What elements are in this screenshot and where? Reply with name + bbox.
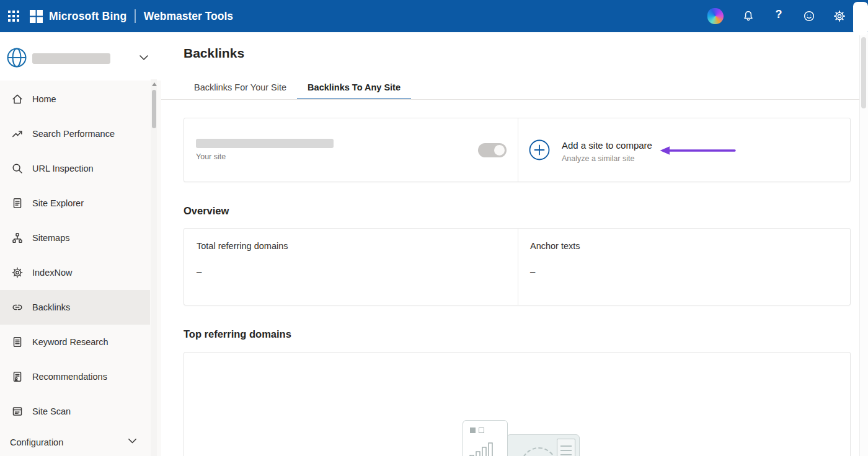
copilot-button[interactable]: [707, 8, 724, 24]
smiley-icon: [803, 10, 815, 22]
top-bar: Microsoft Bing Webmaster Tools ?: [0, 0, 868, 32]
magnifier-icon: [11, 162, 24, 175]
metric-value: –: [530, 266, 535, 276]
help-button[interactable]: ?: [772, 7, 786, 21]
sidebar-scrollbar-track[interactable]: [151, 79, 157, 456]
tab-backlinks-to-any-site[interactable]: Backlinks To Any Site: [297, 77, 411, 100]
page-scrollbar-thumb[interactable]: [861, 37, 866, 108]
trend-up-icon: [11, 128, 24, 140]
sidebar-item-recommendations[interactable]: Recommendations: [0, 359, 150, 394]
link-icon: [11, 301, 24, 314]
header-divider: [135, 9, 136, 23]
sidebar-item-site-explorer[interactable]: Site Explorer: [0, 186, 150, 221]
home-icon: [11, 93, 24, 105]
top-referring-domains-card: [184, 352, 851, 456]
document-list-icon: [11, 197, 24, 209]
sidebar-item-backlinks[interactable]: Backlinks: [0, 290, 150, 325]
site-name-redacted: [32, 53, 110, 64]
sidebar-item-indexnow[interactable]: IndexNow: [0, 255, 150, 290]
sidebar-nav: Home Search Performance: [0, 82, 150, 429]
sidebar-item-keyword-research[interactable]: Keyword Research: [0, 325, 150, 359]
globe-icon: [5, 46, 29, 69]
gear-icon: [833, 10, 846, 22]
toggle-knob: [494, 145, 505, 156]
empty-state-chart-illustration: [463, 420, 508, 456]
page-title: Backlinks: [184, 46, 244, 61]
site-compare-card: Your site Add a site to compare Analyze …: [184, 118, 851, 182]
avatar[interactable]: [853, 2, 868, 35]
sidebar-item-label: Recommendations: [32, 372, 107, 382]
sidebar-item-label: Keyword Research: [32, 337, 108, 347]
sidebar-item-sitemaps[interactable]: Sitemaps: [0, 221, 150, 255]
your-site-caption: Your site: [196, 152, 226, 161]
help-icon: ?: [776, 8, 782, 21]
mini-bar-chart-icon: [469, 439, 495, 456]
tab-bar-divider: [161, 99, 868, 100]
settings-button[interactable]: [833, 9, 846, 23]
waffle-icon: [8, 11, 19, 22]
sidebar-item-label: Home: [32, 94, 56, 104]
dashed-circle-illustration: [521, 447, 557, 456]
sidebar-scrollbar-up-arrow[interactable]: [152, 82, 157, 86]
indexnow-gear-icon: [11, 266, 24, 279]
sidebar-item-label: Site Scan: [32, 406, 71, 416]
feedback-button[interactable]: [802, 9, 816, 23]
sidebar-item-home[interactable]: Home: [0, 82, 150, 116]
app-launcher-button[interactable]: [0, 0, 27, 32]
tab-backlinks-for-your-site[interactable]: Backlinks For Your Site: [184, 77, 297, 100]
sidebar-item-search-performance[interactable]: Search Performance: [0, 116, 150, 151]
overview-heading: Overview: [184, 205, 229, 217]
metric-value: –: [197, 266, 202, 276]
metric-label: Anchor texts: [530, 241, 580, 251]
main-content: Backlinks Backlinks For Your Site Backli…: [161, 32, 868, 456]
card-divider: [518, 229, 518, 305]
brand-title[interactable]: Microsoft Bing: [49, 10, 126, 23]
your-site-url-redacted: [196, 139, 334, 148]
site-selector[interactable]: [0, 32, 161, 81]
chevron-down-icon: [139, 55, 149, 61]
microsoft-logo-icon: [30, 10, 43, 23]
tab-bar: Backlinks For Your Site Backlinks To Any…: [184, 77, 411, 100]
sidebar-item-label: Search Performance: [32, 129, 115, 139]
sidebar-item-site-scan[interactable]: Site Scan: [0, 394, 150, 429]
empty-state-document-icon: [557, 439, 575, 456]
your-site-toggle[interactable]: [478, 143, 507, 157]
sidebar-item-label: Site Explorer: [32, 198, 84, 208]
top-referring-domains-heading: Top referring domains: [184, 328, 291, 340]
product-title[interactable]: Webmaster Tools: [144, 10, 233, 23]
notifications-button[interactable]: [742, 9, 755, 23]
chevron-down-icon: [128, 438, 137, 444]
sidebar-item-label: URL Inspection: [32, 164, 94, 173]
sidebar-item-url-inspection[interactable]: URL Inspection: [0, 151, 150, 186]
metric-label: Total referring domains: [197, 241, 288, 251]
sitemap-icon: [11, 232, 24, 244]
legend-square-outline: [479, 428, 484, 433]
annotation-arrow-icon: [659, 146, 736, 156]
bell-icon: [742, 10, 755, 22]
sidebar-item-label: Sitemaps: [32, 233, 69, 243]
sidebar-configuration-toggle[interactable]: Configuration: [0, 429, 150, 456]
site-scan-icon: [11, 405, 24, 418]
plus-circle-icon[interactable]: [529, 139, 550, 160]
copilot-icon: [707, 8, 724, 24]
overview-card: Total referring domains – Anchor texts –: [184, 228, 851, 305]
keyword-list-icon: [11, 336, 24, 348]
card-divider: [518, 118, 518, 182]
sidebar-scrollbar-thumb[interactable]: [152, 90, 156, 128]
sidebar: Home Search Performance: [0, 32, 161, 456]
certificate-icon: [11, 370, 24, 383]
configuration-label: Configuration: [10, 437, 63, 447]
legend-square-filled: [470, 428, 476, 433]
sidebar-item-label: Backlinks: [32, 302, 70, 312]
add-site-label[interactable]: Add a site to compare: [562, 140, 652, 151]
add-site-caption: Analyze a similar site: [562, 154, 634, 163]
app-root: Microsoft Bing Webmaster Tools ?: [0, 0, 868, 456]
sidebar-item-label: IndexNow: [32, 268, 72, 278]
